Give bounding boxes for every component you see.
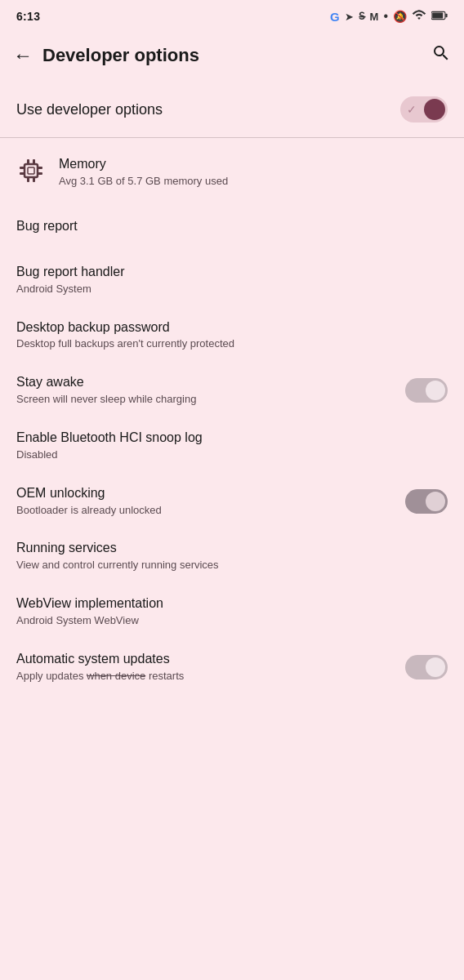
memory-text: Memory Avg 3.1 GB of 5.7 GB memory used <box>59 156 448 189</box>
sim-icon: S̶ <box>359 11 365 22</box>
running-services-title: Running services <box>16 540 448 557</box>
automatic-system-updates-title: Automatic system updates <box>16 651 395 668</box>
desktop-backup-password-title: Desktop backup password <box>16 319 448 336</box>
bug-report-handler-title: Bug report handler <box>16 264 448 281</box>
running-services-text: Running services View and control curren… <box>16 540 448 572</box>
oem-unlocking-text: OEM unlocking Bootloader is already unlo… <box>16 485 395 518</box>
webview-implementation-title: WebView implementation <box>16 595 448 612</box>
webview-implementation-text: WebView implementation Android System We… <box>16 595 448 628</box>
stay-awake-item[interactable]: Stay awake Screen will never sleep while… <box>0 363 464 418</box>
navigation-icon: ➤ <box>345 11 354 23</box>
svg-rect-1 <box>445 13 447 17</box>
mute-icon: 🔕 <box>393 10 407 23</box>
developer-options-toggle-row[interactable]: Use developer options ✓ <box>0 82 464 137</box>
strikethrough-text: when device <box>87 670 145 682</box>
oem-unlocking-title: OEM unlocking <box>16 485 395 502</box>
running-services-item[interactable]: Running services View and control curren… <box>0 528 464 584</box>
bluetooth-hci-title: Enable Bluetooth HCI snoop log <box>16 430 448 447</box>
wifi-icon <box>412 10 426 24</box>
search-button[interactable] <box>431 43 451 68</box>
svg-rect-3 <box>25 164 38 177</box>
automatic-system-updates-toggle-knob <box>426 657 445 677</box>
toggle-checkmark: ✓ <box>407 103 417 116</box>
bug-report-title: Bug report <box>16 218 448 235</box>
stay-awake-toggle-knob <box>426 381 445 400</box>
settings-list: Memory Avg 3.1 GB of 5.7 GB memory used … <box>0 138 464 702</box>
bug-report-handler-text: Bug report handler Android System <box>16 264 448 296</box>
automatic-system-updates-toggle[interactable] <box>405 655 448 679</box>
bug-report-item[interactable]: Bug report <box>0 200 464 252</box>
memory-subtitle: Avg 3.1 GB of 5.7 GB memory used <box>59 175 448 189</box>
stay-awake-toggle[interactable] <box>405 378 448 403</box>
stay-awake-toggle-container <box>405 378 448 403</box>
oem-unlocking-toggle-container <box>405 489 448 514</box>
automatic-system-updates-text: Automatic system updates Apply updates w… <box>16 651 395 684</box>
bug-report-handler-subtitle: Android System <box>16 283 448 296</box>
oem-unlocking-subtitle: Bootloader is already unlocked <box>16 504 395 518</box>
status-icons: G ➤ S̶ M • 🔕 <box>330 9 448 24</box>
svg-rect-6 <box>27 177 29 182</box>
battery-icon <box>431 10 448 24</box>
back-button[interactable]: ← <box>13 44 33 67</box>
svg-rect-10 <box>38 167 42 169</box>
toggle-knob <box>424 99 445 120</box>
stay-awake-text: Stay awake Screen will never sleep while… <box>16 374 395 407</box>
oem-unlocking-toggle-knob <box>426 492 445 511</box>
svg-rect-8 <box>20 167 25 169</box>
bluetooth-hci-subtitle: Disabled <box>16 448 448 462</box>
svg-rect-11 <box>38 172 42 175</box>
automatic-system-updates-item[interactable]: Automatic system updates Apply updates w… <box>0 639 464 695</box>
status-bar: 6:13 G ➤ S̶ M • 🔕 <box>0 0 464 29</box>
stay-awake-title: Stay awake <box>16 374 395 391</box>
mail-icon: M <box>370 11 379 23</box>
developer-options-label: Use developer options <box>16 101 163 118</box>
svg-rect-2 <box>432 12 443 18</box>
oem-unlocking-toggle[interactable] <box>405 489 448 514</box>
automatic-system-updates-toggle-container <box>405 655 448 679</box>
google-icon: G <box>330 10 340 24</box>
bug-report-text: Bug report <box>16 218 448 235</box>
desktop-backup-password-subtitle: Desktop full backups aren't currently pr… <box>16 337 448 351</box>
stay-awake-subtitle: Screen will never sleep while charging <box>16 393 395 407</box>
desktop-backup-password-text: Desktop backup password Desktop full bac… <box>16 319 448 352</box>
svg-rect-7 <box>33 177 35 182</box>
automatic-system-updates-subtitle: Apply updates when device restarts <box>16 670 395 684</box>
page-title: Developer options <box>42 45 431 66</box>
bluetooth-hci-text: Enable Bluetooth HCI snoop log Disabled <box>16 430 448 462</box>
svg-rect-5 <box>33 159 35 164</box>
dot-indicator: • <box>383 9 388 24</box>
bluetooth-hci-item[interactable]: Enable Bluetooth HCI snoop log Disabled <box>0 418 464 474</box>
desktop-backup-password-item[interactable]: Desktop backup password Desktop full bac… <box>0 308 464 363</box>
memory-title: Memory <box>59 156 448 173</box>
webview-implementation-subtitle: Android System WebView <box>16 614 448 628</box>
status-time: 6:13 <box>16 10 40 23</box>
webview-implementation-item[interactable]: WebView implementation Android System We… <box>0 584 464 639</box>
oem-unlocking-item[interactable]: OEM unlocking Bootloader is already unlo… <box>0 474 464 529</box>
chip-icon <box>16 156 46 189</box>
svg-rect-4 <box>27 159 29 164</box>
bug-report-handler-item[interactable]: Bug report handler Android System <box>0 252 464 308</box>
svg-rect-9 <box>20 172 25 175</box>
memory-item[interactable]: Memory Avg 3.1 GB of 5.7 GB memory used <box>0 145 464 200</box>
app-bar: ← Developer options <box>0 29 464 82</box>
developer-options-toggle[interactable]: ✓ <box>400 96 448 122</box>
svg-rect-12 <box>28 167 34 174</box>
running-services-subtitle: View and control currently running servi… <box>16 559 448 572</box>
